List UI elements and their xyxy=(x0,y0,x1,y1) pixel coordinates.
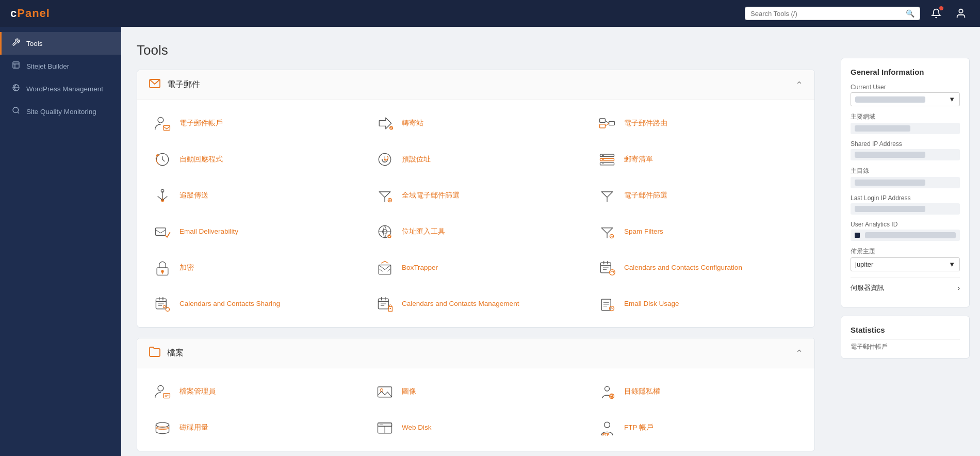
email-toggle-icon: ⌃ xyxy=(795,79,803,91)
sidebar-item-tools[interactable]: Tools xyxy=(0,32,121,55)
tool-directory-privacy[interactable]: 目錄隱私權 xyxy=(587,373,809,410)
autoresponders-icon xyxy=(152,149,173,170)
shared-ip-bar xyxy=(855,152,925,158)
tool-file-manager[interactable]: 檔案管理員 xyxy=(142,373,365,410)
file-manager-label: 檔案管理員 xyxy=(179,387,216,396)
tool-cal-contacts-mgmt[interactable]: Calendars and Contacts Management xyxy=(365,286,587,322)
email-tools-grid: 電子郵件帳戶 轉寄站 xyxy=(137,100,814,327)
tool-encryption[interactable]: 加密 xyxy=(142,250,365,286)
tools-icon xyxy=(11,38,21,48)
address-importer-icon xyxy=(374,221,396,242)
tool-forwarders[interactable]: 轉寄站 xyxy=(365,105,587,141)
tool-images[interactable]: 圖像 xyxy=(365,373,587,410)
cal-contacts-sharing-label: Calendars and Contacts Sharing xyxy=(179,299,280,308)
tool-default-address[interactable]: 預設位址 xyxy=(365,141,587,177)
email-routing-label: 電子郵件路由 xyxy=(624,119,667,128)
home-dir-label: 主目錄 xyxy=(851,167,960,175)
svg-point-89 xyxy=(605,422,610,428)
files-toggle-icon: ⌃ xyxy=(795,348,803,359)
tool-mailing-lists[interactable]: 郵寄清單 xyxy=(587,141,809,177)
tool-spam-filters[interactable]: Spam Filters xyxy=(587,214,809,250)
cal-contacts-config-icon xyxy=(596,257,618,279)
svg-point-78 xyxy=(605,386,610,391)
user-icon xyxy=(955,8,967,19)
track-delivery-icon xyxy=(152,185,173,206)
search-icon: 🔍 xyxy=(906,9,914,18)
sidebar-item-sitejet[interactable]: Sitejet Builder xyxy=(0,55,121,77)
cal-contacts-mgmt-icon xyxy=(374,293,396,315)
email-section-header[interactable]: 電子郵件 ⌃ xyxy=(137,70,814,100)
server-info-label: 伺服器資訊 xyxy=(851,283,884,292)
default-address-label: 預設位址 xyxy=(402,155,431,164)
primary-domain-value xyxy=(851,123,960,134)
tool-cal-contacts-sharing[interactable]: Calendars and Contacts Sharing xyxy=(142,286,365,322)
search-input[interactable] xyxy=(750,10,904,18)
global-email-filters-icon xyxy=(374,185,396,206)
email-disk-usage-icon xyxy=(596,293,618,315)
svg-rect-10 xyxy=(600,119,606,122)
tool-email-filters[interactable]: 電子郵件篩選 xyxy=(587,177,809,214)
notifications-button[interactable] xyxy=(927,5,945,22)
svg-rect-1 xyxy=(13,62,19,68)
email-section-header-left: 電子郵件 xyxy=(149,77,200,92)
stats-email-accounts: 電子郵件帳戶 xyxy=(851,339,960,354)
tool-email-deliverability[interactable]: Email Deliverability xyxy=(142,214,365,250)
boxtrapper-label: BoxTrapper xyxy=(402,263,438,272)
tool-address-importer[interactable]: 位址匯入工具 xyxy=(365,214,587,250)
user-analytics-value xyxy=(851,230,960,241)
home-dir-row: 主目錄 xyxy=(851,167,960,188)
tool-disk-usage[interactable]: 磁碟用量 xyxy=(142,410,365,446)
topbar-right: 🔍 xyxy=(745,5,970,22)
logo-c: c xyxy=(10,7,17,20)
topbar: cPanel 🔍 xyxy=(0,0,980,27)
current-user-label: Current User xyxy=(851,84,960,91)
page-title: Tools xyxy=(137,42,815,58)
svg-point-72 xyxy=(158,385,164,391)
tool-web-disk[interactable]: Web Disk xyxy=(365,410,587,446)
shared-ip-value xyxy=(851,149,960,160)
tool-autoresponders[interactable]: 自動回應程式 xyxy=(142,141,365,177)
tool-email-accounts[interactable]: 電子郵件帳戶 xyxy=(142,105,365,141)
encryption-icon xyxy=(152,257,173,279)
user-analytics-label: User Analytics ID xyxy=(851,221,960,228)
tool-ftp-accounts[interactable]: FTP FTP 帳戶 xyxy=(587,410,809,446)
current-user-select[interactable]: ▼ xyxy=(851,92,960,106)
content-area: Tools 電子郵件 ⌃ xyxy=(121,27,830,456)
spam-filters-icon xyxy=(596,221,618,242)
email-disk-usage-label: Email Disk Usage xyxy=(624,299,679,308)
email-filters-icon xyxy=(596,185,618,206)
tool-global-email-filters[interactable]: 全域電子郵件篩選 xyxy=(365,177,587,214)
user-analytics-row: User Analytics ID xyxy=(851,221,960,241)
general-info-title: General Information xyxy=(851,68,960,76)
images-icon xyxy=(374,381,396,402)
sidebar-item-tools-label: Tools xyxy=(26,40,43,47)
search-box[interactable]: 🔍 xyxy=(745,7,920,20)
autoresponders-label: 自動回應程式 xyxy=(179,155,223,164)
right-sidebar: General Information Current User ▼ 主要網域 xyxy=(830,27,980,456)
tool-cal-contacts-config[interactable]: Calendars and Contacts Configuration xyxy=(587,250,809,286)
sidebar-item-wordpress[interactable]: WordPress Management xyxy=(0,77,121,100)
server-info-row[interactable]: 伺服器資訊 › xyxy=(851,278,960,298)
theme-select[interactable]: jupiter ▼ xyxy=(851,257,960,271)
statistics-panel: Statistics 電子郵件帳戶 xyxy=(841,316,970,359)
tool-boxtrapper[interactable]: BoxTrapper xyxy=(365,250,587,286)
tool-email-routing[interactable]: 電子郵件路由 xyxy=(587,105,809,141)
tool-email-disk-usage[interactable]: Email Disk Usage xyxy=(587,286,809,322)
global-email-filters-label: 全域電子郵件篩選 xyxy=(402,191,460,200)
images-label: 圖像 xyxy=(402,387,416,396)
svg-rect-12 xyxy=(609,121,615,125)
files-section-header[interactable]: 檔案 ⌃ xyxy=(137,338,814,368)
sidebar-item-sitejet-label: Sitejet Builder xyxy=(26,62,69,70)
user-analytics-bar xyxy=(865,232,956,238)
right-content: General Information Current User ▼ 主要網域 xyxy=(830,42,980,374)
user-menu-button[interactable] xyxy=(952,5,970,22)
ftp-accounts-icon: FTP xyxy=(596,417,618,438)
tool-track-delivery[interactable]: 追蹤傳送 xyxy=(142,177,365,214)
shared-ip-row: Shared IP Address xyxy=(851,140,960,160)
last-login-ip-bar xyxy=(855,206,925,212)
sidebar-item-sqm[interactable]: Site Quality Monitoring xyxy=(0,100,121,123)
email-deliverability-icon xyxy=(152,221,173,242)
disk-usage-label: 磁碟用量 xyxy=(179,423,208,432)
shared-ip-label: Shared IP Address xyxy=(851,140,960,148)
general-info-panel: General Information Current User ▼ 主要網域 xyxy=(841,58,970,307)
